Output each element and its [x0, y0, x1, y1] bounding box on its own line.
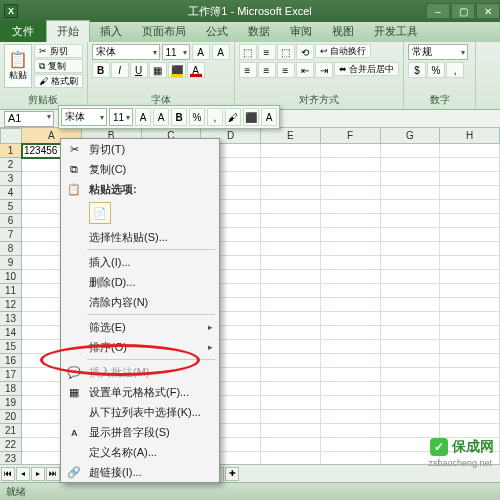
font-color-icon[interactable]: A	[187, 62, 205, 78]
row-header[interactable]: 22	[0, 438, 22, 452]
cell[interactable]	[261, 312, 321, 326]
cell[interactable]	[261, 158, 321, 172]
sheet-nav-last-icon[interactable]: ⏭	[46, 467, 60, 481]
decrease-indent-icon[interactable]: ⇤	[296, 62, 314, 78]
cell[interactable]	[381, 312, 441, 326]
cell[interactable]	[321, 368, 381, 382]
close-button[interactable]: ✕	[476, 3, 500, 19]
select-all-corner[interactable]	[0, 128, 22, 144]
row-header[interactable]: 3	[0, 172, 22, 186]
cell[interactable]	[321, 228, 381, 242]
cut-button[interactable]: ✂ 剪切	[34, 44, 83, 58]
copy-button[interactable]: ⧉ 复制	[34, 59, 83, 73]
cell[interactable]	[261, 144, 321, 158]
cell[interactable]	[261, 172, 321, 186]
cell[interactable]	[440, 340, 500, 354]
cell[interactable]	[381, 284, 441, 298]
row-headers[interactable]: 123456789101112131415161718192021222324	[0, 144, 22, 464]
tab-developer[interactable]: 开发工具	[364, 21, 428, 42]
comma-format-icon[interactable]: ,	[446, 62, 464, 78]
sheet-nav-prev-icon[interactable]: ◂	[16, 467, 30, 481]
maximize-button[interactable]: ▢	[451, 3, 475, 19]
cm-clear-contents[interactable]: 清除内容(N)	[61, 292, 219, 312]
row-header[interactable]: 13	[0, 312, 22, 326]
cell[interactable]	[381, 242, 441, 256]
cell[interactable]	[261, 424, 321, 438]
cm-format-cells[interactable]: ▦设置单元格格式(F)...	[61, 382, 219, 402]
row-header[interactable]: 4	[0, 186, 22, 200]
cell[interactable]	[381, 410, 441, 424]
cm-insert-comment[interactable]: 💬插入批注(M)	[61, 362, 219, 382]
cell[interactable]	[440, 410, 500, 424]
cell[interactable]	[381, 326, 441, 340]
row-header[interactable]: 12	[0, 298, 22, 312]
row-header[interactable]: 5	[0, 200, 22, 214]
cm-define-name[interactable]: 定义名称(A)...	[61, 442, 219, 462]
cell[interactable]	[440, 284, 500, 298]
cell[interactable]	[261, 256, 321, 270]
cell[interactable]	[321, 424, 381, 438]
underline-icon[interactable]: U	[130, 62, 148, 78]
cell[interactable]	[440, 214, 500, 228]
cell[interactable]	[381, 186, 441, 200]
cell[interactable]	[261, 326, 321, 340]
italic-icon[interactable]: I	[111, 62, 129, 78]
cell[interactable]	[261, 438, 321, 452]
cell[interactable]	[321, 172, 381, 186]
bold-icon[interactable]: B	[92, 62, 110, 78]
cm-cut[interactable]: ✂剪切(T)	[61, 139, 219, 159]
cell[interactable]	[440, 312, 500, 326]
cell[interactable]	[321, 144, 381, 158]
cell[interactable]	[440, 200, 500, 214]
cell[interactable]	[261, 228, 321, 242]
merge-center-button[interactable]: ⬌ 合并后居中	[334, 62, 400, 76]
mini-font-name[interactable]: 宋体	[61, 108, 107, 126]
cell[interactable]	[440, 368, 500, 382]
cell[interactable]	[440, 396, 500, 410]
cell[interactable]	[440, 424, 500, 438]
mini-format-painter-icon[interactable]: 🖌	[225, 108, 241, 126]
row-header[interactable]: 10	[0, 270, 22, 284]
row-header[interactable]: 23	[0, 452, 22, 464]
cm-delete[interactable]: 删除(D)...	[61, 272, 219, 292]
increase-font-icon[interactable]: A	[192, 44, 210, 60]
cell[interactable]	[261, 214, 321, 228]
mini-font-size[interactable]: 11	[109, 108, 133, 126]
cell[interactable]	[321, 354, 381, 368]
tab-formulas[interactable]: 公式	[196, 21, 238, 42]
paste-option-default-icon[interactable]: 📄	[89, 202, 111, 224]
cell[interactable]	[381, 214, 441, 228]
cell[interactable]	[321, 214, 381, 228]
cm-insert[interactable]: 插入(I)...	[61, 252, 219, 272]
mini-percent-icon[interactable]: %	[189, 108, 205, 126]
row-header[interactable]: 6	[0, 214, 22, 228]
cell[interactable]	[440, 382, 500, 396]
cell[interactable]	[381, 256, 441, 270]
cell[interactable]	[261, 298, 321, 312]
row-header[interactable]: 18	[0, 382, 22, 396]
mini-font-color-icon[interactable]: A	[261, 108, 277, 126]
cell[interactable]	[440, 326, 500, 340]
cell[interactable]	[381, 340, 441, 354]
cell[interactable]	[321, 200, 381, 214]
row-header[interactable]: 1	[0, 144, 22, 158]
column-header[interactable]: G	[381, 128, 441, 144]
cell[interactable]	[321, 186, 381, 200]
align-center-icon[interactable]: ≡	[258, 62, 276, 78]
row-header[interactable]: 9	[0, 256, 22, 270]
name-box[interactable]: A1	[4, 111, 54, 127]
cell[interactable]	[261, 396, 321, 410]
row-header[interactable]: 17	[0, 368, 22, 382]
tab-review[interactable]: 审阅	[280, 21, 322, 42]
cm-filter[interactable]: 筛选(E)▸	[61, 317, 219, 337]
cm-copy[interactable]: ⧉复制(C)	[61, 159, 219, 179]
row-header[interactable]: 2	[0, 158, 22, 172]
sheet-nav-first-icon[interactable]: ⏮	[1, 467, 15, 481]
cell[interactable]	[381, 382, 441, 396]
column-header[interactable]: E	[261, 128, 321, 144]
cell[interactable]	[440, 270, 500, 284]
cell[interactable]	[321, 242, 381, 256]
cell[interactable]	[321, 312, 381, 326]
cell[interactable]	[261, 410, 321, 424]
column-header[interactable]: H	[440, 128, 500, 144]
